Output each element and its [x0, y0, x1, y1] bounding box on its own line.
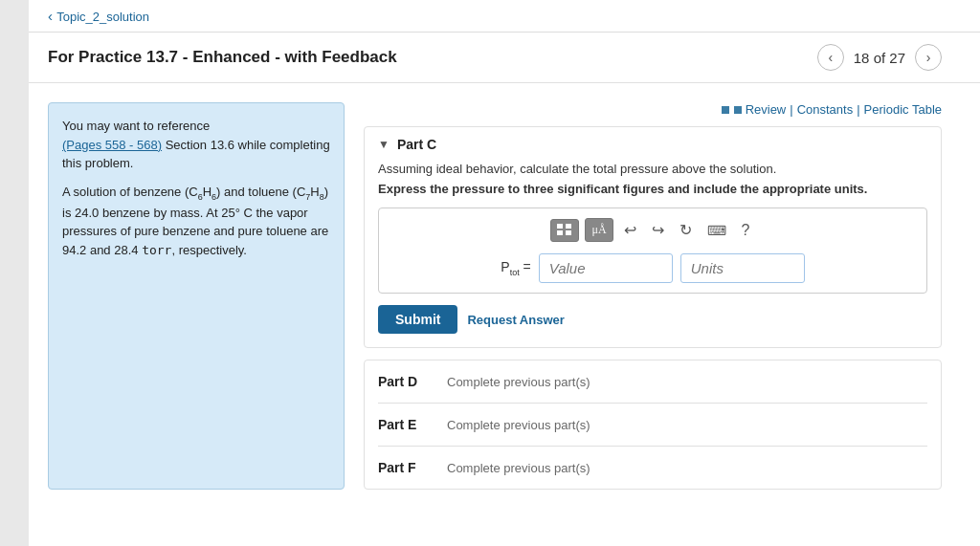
nav-next-button[interactable]: ›: [915, 44, 942, 71]
resource-icon-sq1: [722, 106, 729, 114]
part-c-section: ▼ Part C Assuming ideal behavior, calcul…: [364, 126, 942, 348]
input-area: μÅ ↩ ↪ ↻ ⌨ ? Ptot =: [378, 207, 927, 294]
resources-bar: Review | Constants | Periodic Table: [364, 102, 942, 117]
request-answer-button[interactable]: Request Answer: [467, 313, 564, 327]
review-link[interactable]: Review: [746, 102, 787, 117]
parts-container: Part D Complete previous part(s) Part E …: [364, 360, 942, 490]
part-d-text: Complete previous part(s): [447, 375, 590, 389]
resources-icon: [722, 106, 742, 114]
ptot-row: Ptot =: [389, 253, 917, 283]
units-input[interactable]: [680, 253, 805, 283]
undo-button[interactable]: ↩: [619, 219, 641, 241]
submit-button[interactable]: Submit: [378, 305, 457, 334]
mu-button[interactable]: μÅ: [585, 218, 612, 242]
part-f-row: Part F Complete previous part(s): [378, 446, 927, 489]
reference-problem-text: A solution of benzene (C6H6) and toluene…: [62, 183, 330, 260]
sep1: |: [790, 102, 792, 117]
part-e-label: Part E: [378, 417, 435, 432]
part-c-header: ▼ Part C: [365, 127, 941, 162]
redo-button[interactable]: ↪: [647, 219, 669, 241]
part-c-bold-instruction: Express the pressure to three significan…: [378, 182, 927, 196]
reference-line2: (Pages 558 - 568) Section 13.6 while com…: [62, 138, 330, 171]
breadcrumb-link[interactable]: Topic_2_solution: [48, 8, 149, 24]
constants-link[interactable]: Constants: [797, 102, 854, 117]
page-title: For Practice 13.7 - Enhanced - with Feed…: [48, 48, 397, 67]
refresh-button[interactable]: ↻: [675, 219, 697, 241]
right-content: Review | Constants | Periodic Table ▼ Pa…: [364, 102, 942, 490]
left-sidebar-stripe: [0, 0, 29, 546]
collapse-arrow[interactable]: ▼: [378, 138, 390, 151]
part-f-label: Part F: [378, 460, 435, 475]
mu-symbol: μÅ: [591, 223, 606, 237]
action-row: Submit Request Answer: [378, 305, 927, 334]
help-button[interactable]: ?: [737, 220, 755, 241]
grid-button[interactable]: [550, 219, 579, 242]
periodic-table-link[interactable]: Periodic Table: [864, 102, 942, 117]
nav-prev-button[interactable]: ‹: [817, 44, 844, 71]
nav-counter: 18 of 27: [854, 50, 905, 66]
part-e-row: Part E Complete previous part(s): [378, 403, 927, 446]
toolbar: μÅ ↩ ↪ ↻ ⌨ ?: [389, 218, 917, 242]
sep2: |: [857, 102, 859, 117]
part-f-text: Complete previous part(s): [447, 461, 590, 475]
part-d-label: Part D: [378, 374, 435, 389]
part-e-text: Complete previous part(s): [447, 418, 590, 432]
keyboard-button[interactable]: ⌨: [702, 221, 731, 240]
reference-box: You may want to reference (Pages 558 - 5…: [48, 102, 345, 490]
grid-icon: [557, 224, 572, 237]
reference-pages-link[interactable]: (Pages 558 - 568): [62, 138, 162, 152]
resource-icon-sq2: [734, 106, 742, 114]
part-d-row: Part D Complete previous part(s): [378, 360, 927, 403]
part-c-body: Assuming ideal behavior, calculate the t…: [365, 162, 941, 347]
value-input[interactable]: [539, 253, 673, 283]
part-c-instruction: Assuming ideal behavior, calculate the t…: [378, 162, 927, 176]
nav-controls: ‹ 18 of 27 ›: [817, 44, 942, 71]
part-c-label: Part C: [397, 137, 436, 152]
reference-line1: You may want to reference: [62, 119, 210, 133]
ptot-label: Ptot =: [501, 259, 530, 277]
